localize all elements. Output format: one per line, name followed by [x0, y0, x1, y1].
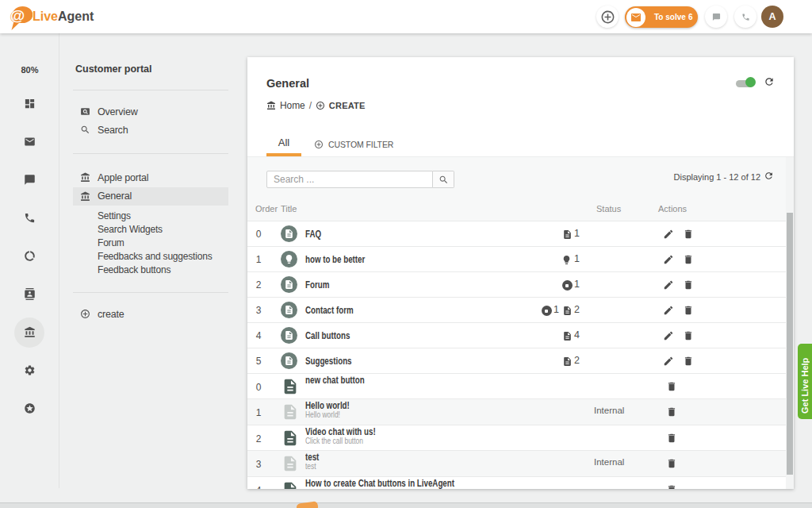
svg-text:@: @ [10, 7, 25, 24]
